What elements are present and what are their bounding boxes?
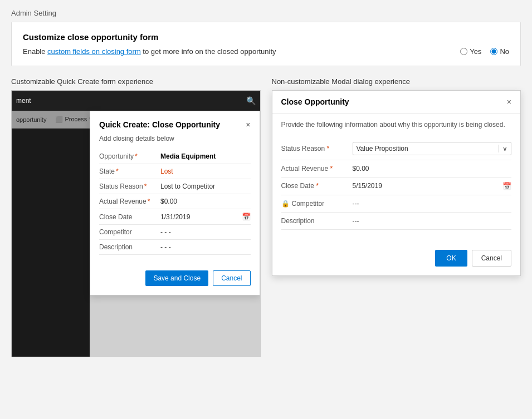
co-label-competitor: 🔒Competitor	[281, 200, 348, 208]
page-container: Admin Setting Customize close opportunit…	[0, 0, 532, 366]
co-body: Provide the following information about …	[272, 114, 521, 236]
form-row-opportunity: Opportunity* Media Equipment	[99, 149, 251, 164]
co-close-icon[interactable]: ×	[507, 97, 511, 106]
app-main: Est. Close Date --- Develop igator Relat…	[90, 129, 260, 357]
form-value-opportunity: Media Equipment	[160, 152, 251, 160]
form-row-close-date: Close Date 1/31/2019 📅	[99, 209, 251, 225]
form-row-status-reason: Status Reason* Lost to Competitor	[99, 179, 251, 194]
form-value-description: - - -	[160, 243, 251, 251]
custom-fields-link[interactable]: custom fields on closing form	[47, 47, 141, 56]
form-required-status-reason: *	[144, 183, 147, 190]
right-heading: Non-customizable Modal dialog experience	[272, 77, 521, 86]
settings-desc-prefix: Enable	[23, 47, 47, 56]
form-row-state: State* Lost	[99, 164, 251, 179]
cancel-button-left[interactable]: Cancel	[213, 270, 250, 286]
co-value-actual-revenue: $0.00	[353, 165, 512, 172]
settings-description: Enable custom fields on closing form to …	[23, 47, 276, 56]
radio-no-option[interactable]: No	[490, 47, 509, 56]
ok-button[interactable]: OK	[435, 250, 467, 267]
calendar-icon-left[interactable]: 📅	[242, 213, 251, 221]
form-label-close-date: Close Date	[99, 213, 160, 221]
form-required-actual-revenue: *	[148, 198, 150, 205]
form-label-status-reason: Status Reason*	[99, 183, 160, 190]
co-select-status-reason[interactable]: Value Proposition	[353, 142, 499, 155]
co-label-status-reason: Status Reason *	[281, 145, 348, 152]
co-row-actual-revenue: Actual Revenue * $0.00	[281, 160, 512, 178]
co-label-close-date: Close Date *	[281, 182, 348, 190]
radio-yes[interactable]	[460, 48, 467, 55]
modal-subtitle: Add closing details below	[99, 135, 251, 142]
close-opp-modal: Close Opportunity × Provide the followin…	[272, 90, 521, 276]
form-required-opportunity: *	[135, 152, 138, 160]
dimmed-overlay	[12, 111, 90, 357]
app-topbar-text: ment	[16, 97, 31, 105]
form-label-opportunity: Opportunity*	[99, 152, 160, 160]
co-required-status-reason: *	[327, 145, 330, 152]
form-value-status-reason: Lost to Competitor	[160, 183, 251, 190]
radio-no[interactable]	[490, 48, 497, 55]
form-value-actual-revenue: $0.00	[160, 198, 251, 205]
settings-row: Enable custom fields on closing form to …	[23, 47, 509, 56]
app-topbar: ment 🔍	[12, 91, 260, 111]
radio-group: Yes No	[460, 47, 509, 56]
form-value-close-date: 1/31/2019	[160, 213, 242, 221]
co-label-actual-revenue: Actual Revenue *	[281, 165, 348, 172]
co-title: Close Opportunity	[281, 97, 349, 106]
co-row-competitor: 🔒Competitor ---	[281, 195, 512, 213]
co-value-competitor: ---	[353, 200, 512, 208]
search-icon: 🔍	[246, 96, 256, 105]
co-value-description: ---	[353, 217, 512, 225]
radio-yes-option[interactable]: Yes	[460, 47, 481, 56]
co-row-close-date: Close Date * 5/15/2019 📅	[281, 178, 512, 195]
form-value-state: Lost	[160, 167, 251, 175]
form-required-state: *	[116, 167, 119, 175]
co-subtitle: Provide the following information about …	[281, 120, 512, 130]
right-section: Non-customizable Modal dialog experience…	[272, 77, 521, 357]
app-preview: ment 🔍 opportunity ⬜ Process ∨ 👤 Assign …	[11, 90, 261, 357]
form-label-competitor: Competitor	[99, 228, 160, 236]
co-header: Close Opportunity ×	[272, 91, 521, 114]
form-row-description: Description - - -	[99, 240, 251, 255]
co-required-actual-revenue: *	[330, 165, 333, 172]
co-value-close-date: 5/15/2019	[353, 182, 499, 190]
calendar-icon-right[interactable]: 📅	[502, 182, 511, 190]
save-and-close-button[interactable]: Save and Close	[145, 270, 208, 286]
left-heading: Customizable Quick Create form experienc…	[11, 77, 261, 86]
chevron-down-icon: ∨	[499, 145, 511, 152]
modal-panel: Quick Create: Close Opportunity × Add cl…	[90, 111, 260, 295]
settings-card: Customize close opportunity form Enable …	[11, 22, 521, 66]
co-footer: OK Cancel	[272, 241, 521, 275]
admin-title: Admin Setting	[11, 9, 521, 17]
form-value-competitor: - - -	[160, 228, 251, 236]
modal-header: Quick Create: Close Opportunity ×	[99, 120, 251, 129]
modal-footer: Save and Close Cancel	[99, 264, 251, 286]
two-col-layout: Customizable Quick Create form experienc…	[11, 77, 521, 357]
left-section: Customizable Quick Create form experienc…	[11, 77, 261, 357]
radio-yes-label: Yes	[470, 47, 481, 56]
form-row-competitor: Competitor - - -	[99, 225, 251, 240]
co-select-wrapper[interactable]: Value Proposition ∨	[353, 142, 512, 155]
co-required-close-date: *	[316, 182, 319, 190]
settings-card-title: Customize close opportunity form	[23, 32, 509, 42]
co-label-description: Description	[281, 217, 348, 225]
radio-no-label: No	[500, 47, 509, 56]
form-label-description: Description	[99, 243, 160, 251]
lock-icon: 🔒	[281, 200, 290, 208]
co-row-status-reason: Status Reason * Value Proposition ∨	[281, 137, 512, 160]
quick-create-modal: Quick Create: Close Opportunity × Add cl…	[90, 111, 260, 357]
modal-title: Quick Create: Close Opportunity	[99, 120, 220, 129]
cancel-button-right[interactable]: Cancel	[472, 250, 511, 267]
modal-close-icon[interactable]: ×	[246, 120, 250, 129]
settings-desc-suffix: to get more info on the closed opportuni…	[141, 47, 276, 56]
form-label-actual-revenue: Actual Revenue*	[99, 198, 160, 205]
form-row-actual-revenue: Actual Revenue* $0.00	[99, 194, 251, 209]
form-label-state: State*	[99, 167, 160, 175]
co-row-description: Description ---	[281, 213, 512, 230]
